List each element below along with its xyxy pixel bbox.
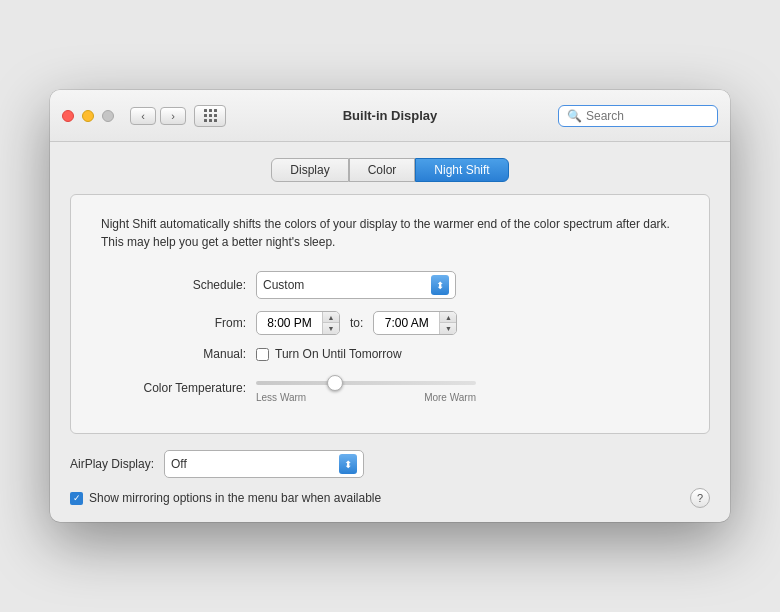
grid-button[interactable]	[194, 105, 226, 127]
form-rows: Schedule: Custom ⬍ From:	[101, 271, 679, 403]
mirroring-label: Show mirroring options in the menu bar w…	[89, 491, 381, 505]
color-temp-row: Color Temperature: Less Warm More Warm	[101, 373, 679, 403]
airplay-label: AirPlay Display:	[70, 457, 154, 471]
airplay-value: Off	[171, 457, 187, 471]
schedule-value: Custom	[263, 278, 304, 292]
manual-checkbox-label: Turn On Until Tomorrow	[275, 347, 402, 361]
mirroring-checkbox[interactable]: ✓	[70, 492, 83, 505]
slider-container: Less Warm More Warm	[256, 373, 476, 403]
search-icon: 🔍	[567, 109, 582, 123]
question-icon: ?	[697, 492, 703, 504]
airplay-dropdown-arrow[interactable]: ⬍	[339, 454, 357, 474]
titlebar: ‹ › Built-in Display 🔍	[50, 90, 730, 142]
to-stepper-down[interactable]: ▼	[440, 323, 456, 334]
tabs-row: Display Color Night Shift	[50, 142, 730, 194]
checkmark-icon: ✓	[73, 493, 81, 503]
back-button[interactable]: ‹	[130, 107, 156, 125]
from-stepper-down[interactable]: ▼	[323, 323, 339, 334]
manual-checkbox[interactable]	[256, 348, 269, 361]
tab-display[interactable]: Display	[271, 158, 348, 182]
window-title: Built-in Display	[343, 108, 438, 123]
to-time-input[interactable]	[374, 313, 439, 333]
slider-labels: Less Warm More Warm	[256, 392, 476, 403]
forward-button[interactable]: ›	[160, 107, 186, 125]
maximize-button[interactable]	[102, 110, 114, 122]
from-time-field[interactable]: ▲ ▼	[256, 311, 340, 335]
back-icon: ‹	[141, 110, 145, 122]
manual-row: Manual: Turn On Until Tomorrow	[101, 347, 679, 361]
from-stepper-up[interactable]: ▲	[323, 312, 339, 323]
schedule-row: Schedule: Custom ⬍	[101, 271, 679, 299]
slider-wrapper	[256, 373, 476, 388]
color-temp-label: Color Temperature:	[101, 381, 256, 395]
help-button[interactable]: ?	[690, 488, 710, 508]
chevron-up-down-icon: ⬍	[436, 280, 444, 291]
to-time-field[interactable]: ▲ ▼	[373, 311, 457, 335]
night-shift-panel: Night Shift automatically shifts the col…	[70, 194, 710, 434]
manual-checkbox-row: Turn On Until Tomorrow	[256, 347, 402, 361]
schedule-label: Schedule:	[101, 278, 256, 292]
description-text: Night Shift automatically shifts the col…	[101, 215, 679, 251]
from-to-row: From: ▲ ▼ to: ▲	[101, 311, 679, 335]
less-warm-label: Less Warm	[256, 392, 306, 403]
content: Display Color Night Shift Night Shift au…	[50, 142, 730, 522]
mirroring-row: ✓ Show mirroring options in the menu bar…	[70, 488, 710, 508]
bottom-area: AirPlay Display: Off ⬍ ✓ Show mirroring …	[50, 450, 730, 522]
tab-night-shift[interactable]: Night Shift	[415, 158, 508, 182]
search-box[interactable]: 🔍	[558, 105, 718, 127]
time-row: ▲ ▼ to: ▲ ▼	[256, 311, 457, 335]
color-temp-slider[interactable]	[256, 381, 476, 385]
manual-label: Manual:	[101, 347, 256, 361]
forward-icon: ›	[171, 110, 175, 122]
minimize-button[interactable]	[82, 110, 94, 122]
mirroring-left: ✓ Show mirroring options in the menu bar…	[70, 491, 381, 505]
traffic-lights	[62, 110, 114, 122]
nav-buttons: ‹ ›	[130, 107, 186, 125]
search-input[interactable]	[586, 109, 709, 123]
to-stepper: ▲ ▼	[439, 312, 456, 334]
to-stepper-up[interactable]: ▲	[440, 312, 456, 323]
close-button[interactable]	[62, 110, 74, 122]
from-stepper: ▲ ▼	[322, 312, 339, 334]
from-label: From:	[101, 316, 256, 330]
schedule-dropdown[interactable]: Custom ⬍	[256, 271, 456, 299]
to-label: to:	[350, 316, 363, 330]
from-time-input[interactable]	[257, 313, 322, 333]
grid-icon	[204, 109, 217, 122]
tab-color[interactable]: Color	[349, 158, 416, 182]
main-window: ‹ › Built-in Display 🔍 Display	[50, 90, 730, 522]
airplay-chevron-icon: ⬍	[344, 459, 352, 470]
airplay-dropdown[interactable]: Off ⬍	[164, 450, 364, 478]
more-warm-label: More Warm	[424, 392, 476, 403]
schedule-dropdown-arrow[interactable]: ⬍	[431, 275, 449, 295]
airplay-row: AirPlay Display: Off ⬍	[70, 450, 710, 478]
